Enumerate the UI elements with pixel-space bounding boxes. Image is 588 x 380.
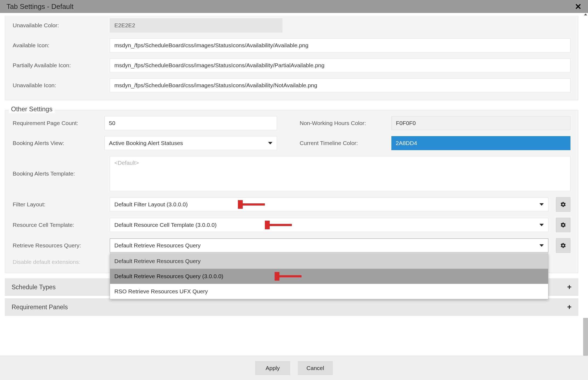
retrieve-query-dropdown[interactable]: Default Retrieve Resources Query Default…: [110, 238, 548, 253]
scroll-thumb[interactable]: [583, 318, 588, 356]
chevron-down-icon: [539, 244, 544, 247]
resource-cell-dropdown[interactable]: Default Resource Cell Template (3.0.0.0): [110, 218, 548, 232]
unavailable-color-label: Unavailable Color:: [13, 22, 104, 29]
scrollbar[interactable]: [583, 13, 588, 356]
partial-icon-label: Partially Available Icon:: [13, 62, 104, 69]
available-icon-label: Available Icon:: [13, 42, 104, 49]
gear-icon: [560, 222, 566, 228]
disable-ext-label: Disable default extensions:: [13, 259, 104, 265]
gear-icon: [560, 243, 566, 248]
unavailable-icon-label: Unavailable Icon:: [13, 82, 104, 89]
filter-layout-gear-button[interactable]: [556, 197, 570, 212]
requirement-panels-accordion[interactable]: Requirement Panels +: [5, 298, 578, 316]
availability-group: Unavailable Color: E2E2E2 Available Icon…: [5, 16, 578, 100]
chevron-down-icon: [268, 142, 272, 144]
unavailable-icon-input[interactable]: [110, 78, 570, 92]
partial-icon-input[interactable]: [110, 58, 570, 72]
unavailable-color-field[interactable]: E2E2E2: [110, 18, 282, 32]
dialog-titlebar: Tab Settings - Default ✕: [0, 0, 588, 13]
other-settings-legend: Other Settings: [9, 105, 54, 113]
timeline-color-label: Current Timeline Color:: [300, 140, 391, 146]
accordion-label: Schedule Types: [12, 284, 56, 291]
resource-cell-label: Resource Cell Template:: [13, 222, 104, 228]
alerts-view-label: Booking Alerts View:: [13, 140, 104, 146]
gear-icon: [560, 201, 566, 207]
dialog-title: Tab Settings - Default: [6, 2, 74, 11]
timeline-color-field[interactable]: 2A8DD4: [391, 136, 570, 150]
filter-layout-label: Filter Layout:: [13, 201, 104, 208]
annotation-arrow: [275, 272, 304, 281]
close-icon[interactable]: ✕: [575, 2, 582, 11]
resource-cell-gear-button[interactable]: [556, 218, 570, 232]
dropdown-option[interactable]: RSO Retrieve Resources UFX Query: [110, 284, 548, 299]
scroll-up-icon[interactable]: [584, 14, 587, 15]
dropdown-option[interactable]: Default Retrieve Resources Query (3.0.0.…: [110, 269, 548, 284]
retrieve-query-label: Retrieve Resources Query:: [13, 242, 104, 249]
available-icon-input[interactable]: [110, 38, 570, 52]
chevron-down-icon: [539, 203, 544, 206]
retrieve-query-gear-button[interactable]: [556, 238, 570, 253]
alerts-template-label: Booking Alerts Template:: [13, 170, 104, 177]
cancel-button[interactable]: Cancel: [298, 361, 333, 375]
retrieve-query-dropdown-list: Default Retrieve Resources Query Default…: [110, 253, 548, 299]
alerts-view-dropdown[interactable]: Active Booking Alert Statuses: [104, 136, 277, 150]
dialog-footer: Apply Cancel: [0, 356, 588, 380]
dropdown-option[interactable]: Default Retrieve Resources Query: [110, 254, 548, 269]
plus-icon: +: [567, 283, 572, 291]
nonworking-color-label: Non-Working Hours Color:: [300, 120, 391, 126]
apply-button[interactable]: Apply: [255, 361, 290, 375]
other-settings-group: Other Settings Requirement Page Count: N…: [5, 110, 578, 273]
req-page-count-input[interactable]: [104, 116, 277, 130]
dialog-content: Unavailable Color: E2E2E2 Available Icon…: [0, 13, 583, 356]
alerts-template-textarea[interactable]: <Default>: [110, 156, 570, 191]
chevron-down-icon: [539, 224, 544, 226]
req-page-count-label: Requirement Page Count:: [13, 120, 104, 126]
accordion-label: Requirement Panels: [12, 304, 68, 311]
filter-layout-dropdown[interactable]: Default Filter Layout (3.0.0.0): [110, 197, 548, 211]
nonworking-color-field[interactable]: F0F0F0: [391, 116, 570, 130]
plus-icon: +: [567, 303, 572, 311]
